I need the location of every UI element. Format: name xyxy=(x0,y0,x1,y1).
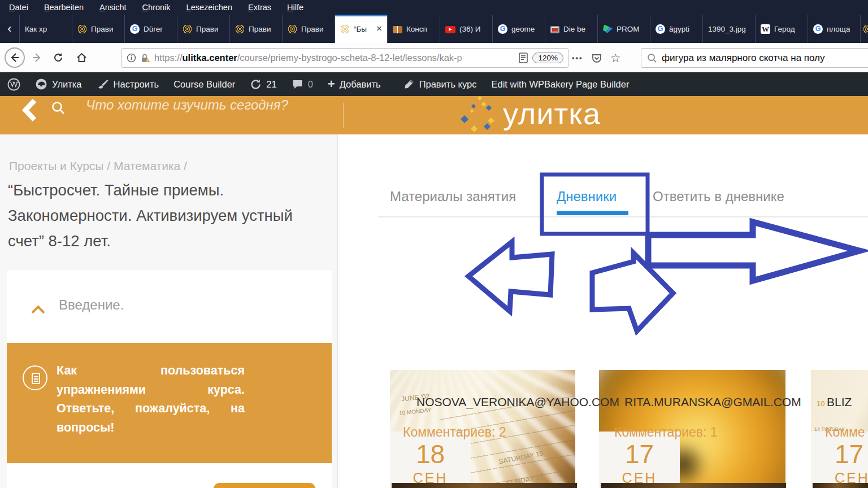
updates-refresh-icon xyxy=(250,79,262,90)
pocket-icon[interactable] xyxy=(591,53,602,64)
tab-geome[interactable]: geome xyxy=(492,15,545,43)
tab-prom[interactable]: PROM xyxy=(597,15,650,43)
admin-site-name[interactable]: Улитка xyxy=(28,72,89,96)
site-logo[interactable]: улитка xyxy=(459,93,601,134)
search-bar[interactable] xyxy=(641,48,868,68)
comments-count-partial[interactable]: Комме xyxy=(825,425,865,440)
page-content: Проекты и Курсы / Математика / “Быстросч… xyxy=(0,134,868,488)
next-row-card-image[interactable] xyxy=(392,483,577,488)
tab-reply-in-diary[interactable]: Ответить в дневнике xyxy=(653,189,784,204)
course-search-input[interactable] xyxy=(86,97,329,113)
browser-navbar: https://ulitka.center/course/priemy-byst… xyxy=(0,43,868,72)
reader-mode-icon[interactable] xyxy=(519,53,528,63)
next-row-card-image[interactable] xyxy=(601,483,786,488)
menu-tools[interactable]: Extras xyxy=(248,3,271,12)
google-favicon xyxy=(656,24,665,34)
back-button[interactable] xyxy=(5,47,25,68)
search-input[interactable] xyxy=(662,53,868,64)
tab-lesson-materials[interactable]: Материалы занятия xyxy=(390,189,516,204)
tab-active-bystroschet[interactable]: “Бы× xyxy=(335,15,387,43)
reload-button[interactable] xyxy=(50,52,67,63)
tab-die-be[interactable]: Die be xyxy=(545,15,597,43)
section-title[interactable]: Введение. xyxy=(59,297,124,313)
forward-button[interactable] xyxy=(28,52,45,63)
header-back-button[interactable] xyxy=(21,98,38,124)
book-favicon xyxy=(393,26,402,33)
back-arrow-icon xyxy=(9,52,20,63)
admin-course-builder[interactable]: Course Builder xyxy=(166,72,242,96)
paintbrush-icon xyxy=(97,78,109,90)
tab-partial-edge[interactable] xyxy=(860,15,868,43)
diary-author-email-partial[interactable]: BLIZ xyxy=(827,395,852,409)
presentation-favicon xyxy=(550,26,559,33)
browser-tabstrip: ‹ Как хр Прави Dürer Прави Прави Прави “… xyxy=(0,15,868,43)
url-fade xyxy=(455,49,494,67)
zoom-level-badge[interactable]: 120% xyxy=(532,53,563,63)
comments-count[interactable]: Комментариев: 2 xyxy=(403,425,506,440)
tab-gerod[interactable]: Герод xyxy=(755,15,808,43)
gauge-icon xyxy=(35,78,47,90)
navbar-right-icons: ••• ☆ xyxy=(572,48,620,68)
tab-close-icon[interactable]: × xyxy=(376,23,382,34)
header-search-icon[interactable] xyxy=(51,101,66,117)
tab-1390-jpg[interactable]: 1390_3.jpg xyxy=(702,15,755,43)
tab-kak-hr[interactable]: Как хр xyxy=(19,15,72,43)
forward-arrow-icon xyxy=(31,52,42,63)
bookmark-star-icon[interactable]: ☆ xyxy=(610,51,621,65)
browser-menubar: Datei Bearbeiten Ansicht Chronik Lesezei… xyxy=(0,0,868,15)
next-row-card-image[interactable] xyxy=(813,483,868,488)
menu-file[interactable]: Datei xyxy=(9,3,28,12)
menu-history[interactable]: Chronik xyxy=(142,3,171,12)
active-tab-underline xyxy=(557,211,628,215)
site-info-icon[interactable] xyxy=(127,53,136,63)
admin-customize[interactable]: Настроить xyxy=(89,72,167,96)
breadcrumb[interactable]: Проекты и Курсы / Математика / xyxy=(9,159,187,173)
url-bar[interactable]: https://ulitka.center/course/priemy-byst… xyxy=(121,48,568,68)
snail-logo-icon xyxy=(459,93,497,134)
menu-edit[interactable]: Bearbeiten xyxy=(44,3,84,12)
menu-bookmarks[interactable]: Lesezeichen xyxy=(186,3,232,12)
course-title: “Быстросчет. Тайные приемы. Закономернос… xyxy=(8,177,293,254)
home-button[interactable] xyxy=(72,52,90,63)
date-badge: 17 СЕН xyxy=(599,432,680,488)
tab-pravi-1[interactable]: Прави xyxy=(72,15,124,43)
lock-warning-icon[interactable] xyxy=(140,53,151,63)
tab-durer[interactable]: Dürer xyxy=(124,15,177,43)
menu-help[interactable]: Hilfe xyxy=(287,3,303,12)
snail-spiral-favicon xyxy=(77,24,87,34)
snail-spiral-favicon xyxy=(863,24,868,34)
search-icon xyxy=(647,53,657,63)
page-actions-icon[interactable]: ••• xyxy=(572,54,583,62)
tab-youtube[interactable]: (36) И xyxy=(440,15,492,43)
tab-diaries[interactable]: Дневники xyxy=(557,189,617,204)
admin-comments[interactable]: 0 xyxy=(284,72,320,96)
site-logo-text: улитка xyxy=(503,96,601,131)
tab-pravi-4[interactable]: Прави xyxy=(282,15,335,43)
diary-author-email[interactable]: RITA.MURANSKA@GMAIL.COM xyxy=(624,395,801,409)
tab-aegypti[interactable]: ägypti xyxy=(650,15,702,43)
chevron-left-icon xyxy=(21,98,38,122)
admin-new-content[interactable]: + Добавить xyxy=(320,72,388,96)
menu-view[interactable]: Ansicht xyxy=(99,3,127,12)
reload-icon xyxy=(53,52,64,63)
home-icon xyxy=(76,52,88,63)
snail-spiral-favicon xyxy=(183,24,192,34)
tab-pravi-2[interactable]: Прави xyxy=(177,15,229,43)
tab-pravi-3[interactable]: Прави xyxy=(229,15,282,43)
pencil-icon xyxy=(403,79,415,90)
google-favicon xyxy=(498,24,507,34)
lesson-title: Как пользоваться упражнениями курса. Отв… xyxy=(57,361,245,437)
tab-konspekt[interactable]: Консп xyxy=(387,15,440,43)
prom-favicon xyxy=(603,25,613,33)
wp-logo-menu[interactable] xyxy=(0,72,28,96)
tab-plosha[interactable]: площа xyxy=(808,15,860,43)
snail-spiral-favicon xyxy=(340,24,350,34)
admin-updates[interactable]: 21 xyxy=(242,72,284,96)
date-badge: 18 СЕН xyxy=(390,432,471,488)
comments-count[interactable]: Комментариев: 1 xyxy=(614,425,718,440)
tab-scroll-left-button[interactable]: ‹ xyxy=(0,15,19,43)
sidebar-action-button[interactable] xyxy=(214,483,315,488)
diary-author-email[interactable]: NOSOVA_VERONIKA@YAHOO.COM xyxy=(416,395,619,409)
collapse-chevron-icon[interactable] xyxy=(32,304,45,316)
active-lesson-item[interactable]: Как пользоваться упражнениями курса. Отв… xyxy=(7,343,332,463)
